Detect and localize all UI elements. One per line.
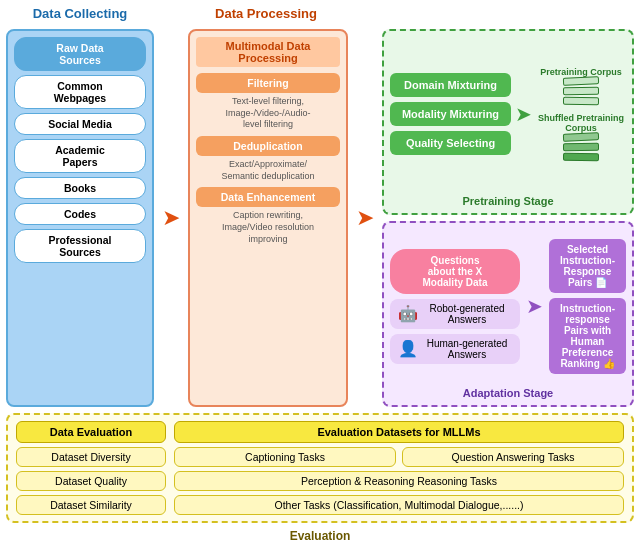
modality-mixturing: Modality Mixturing bbox=[390, 102, 511, 126]
corpus2-label: Shuffled Pretraining Corpus bbox=[536, 113, 626, 133]
eval-right: Evaluation Datasets for MLLMs Captioning… bbox=[174, 421, 624, 515]
pretraining-content: Domain Mixturing Modality Mixturing Qual… bbox=[390, 37, 626, 191]
evaluation-label: Evaluation bbox=[6, 529, 634, 543]
codes: Codes bbox=[14, 203, 146, 225]
main-container: Data Collecting Data Processing Raw Data… bbox=[0, 0, 640, 549]
header-row: Data Collecting Data Processing bbox=[6, 6, 634, 21]
adapt-right: Selected Instruction-Response Pairs 📄 In… bbox=[549, 229, 626, 383]
middle-to-right-arrow: ➤ bbox=[356, 29, 374, 407]
common-webpages: CommonWebpages bbox=[14, 75, 146, 109]
adaptation-stage-label: Adaptation Stage bbox=[390, 387, 626, 399]
corpus1-books bbox=[540, 77, 622, 105]
academic-papers: AcademicPapers bbox=[14, 139, 146, 173]
raw-data-sources: Raw DataSources bbox=[14, 37, 146, 71]
corpus2-group: Shuffled Pretraining Corpus bbox=[536, 113, 626, 161]
domain-mixturing: Domain Mixturing bbox=[390, 73, 511, 97]
robot-answer-box: 🤖 Robot-generated Answers bbox=[390, 299, 520, 329]
dataset-quality: Dataset Quality bbox=[16, 471, 166, 491]
human-icon: 👤 bbox=[398, 339, 418, 358]
corpus2-books bbox=[536, 133, 626, 161]
other-tasks: Other Tasks (Classification, Multimodal … bbox=[174, 495, 624, 515]
pretraining-left: Domain Mixturing Modality Mixturing Qual… bbox=[390, 37, 511, 191]
human-label: Human-generated Answers bbox=[422, 338, 512, 360]
captioning-tasks: Captioning Tasks bbox=[174, 447, 396, 467]
processing-title: Multimodal Data Processing bbox=[196, 37, 340, 67]
left-to-middle-arrow: ➤ bbox=[162, 29, 180, 407]
eval-tasks-row1: Captioning Tasks Question Answering Task… bbox=[174, 447, 624, 467]
adaptation-panel: Questionsabout the XModality Data 🤖 Robo… bbox=[382, 221, 634, 407]
instruction-box: Instruction-response Pairs with Human Pr… bbox=[549, 298, 626, 374]
data-enhancement-box: Data Enhancement bbox=[196, 187, 340, 207]
book-page-4 bbox=[563, 132, 599, 142]
eval-left: Data Evaluation Dataset Diversity Datase… bbox=[16, 421, 166, 515]
quality-selecting: Quality Selecting bbox=[390, 131, 511, 155]
corpus1-label: Pretraining Corpus bbox=[540, 67, 622, 77]
evaluation-section: Data Evaluation Dataset Diversity Datase… bbox=[6, 413, 634, 523]
book-page-5 bbox=[563, 143, 599, 152]
corpus1-group: Pretraining Corpus bbox=[540, 67, 622, 105]
deduplication-box: Deduplication bbox=[196, 136, 340, 156]
doc-icon: 📄 bbox=[595, 277, 607, 288]
processing-phase-label: Data Processing bbox=[186, 6, 346, 21]
filtering-desc: Text-level filtering,Image-/Video-/Audio… bbox=[196, 96, 340, 131]
robot-icon: 🤖 bbox=[398, 304, 418, 323]
robot-label: Robot-generated Answers bbox=[422, 303, 512, 325]
books: Books bbox=[14, 177, 146, 199]
deduplication-desc: Exact/Approximate/Semantic deduplication bbox=[196, 159, 340, 182]
pretraining-right: Pretraining Corpus Shuffled Pretraining … bbox=[536, 37, 626, 191]
selected-pairs-box: Selected Instruction-Response Pairs 📄 bbox=[549, 239, 626, 293]
filtering-box: Filtering bbox=[196, 73, 340, 93]
book-page-1 bbox=[563, 76, 599, 86]
pretraining-panel: Domain Mixturing Modality Mixturing Qual… bbox=[382, 29, 634, 215]
top-section: Raw DataSources CommonWebpages Social Me… bbox=[6, 29, 634, 407]
book-page-2 bbox=[563, 87, 599, 96]
data-enhancement-desc: Caption rewriting,Image/Video resolution… bbox=[196, 210, 340, 245]
adaptation-content: Questionsabout the XModality Data 🤖 Robo… bbox=[390, 229, 626, 383]
social-media: Social Media bbox=[14, 113, 146, 135]
perception-tasks: Perception & Reasoning Reasoning Tasks bbox=[174, 471, 624, 491]
question-box: Questionsabout the XModality Data bbox=[390, 249, 520, 294]
left-panel: Raw DataSources CommonWebpages Social Me… bbox=[6, 29, 154, 407]
collecting-phase-label: Data Collecting bbox=[6, 6, 154, 21]
adapt-left: Questionsabout the XModality Data 🤖 Robo… bbox=[390, 229, 520, 383]
book-page-6 bbox=[563, 153, 599, 162]
pretraining-stage-label: Pretraining Stage bbox=[390, 195, 626, 207]
eval-section-title: Data Evaluation bbox=[16, 421, 166, 443]
professional-sources: ProfessionalSources bbox=[14, 229, 146, 263]
pretraining-arrow: ➤ bbox=[515, 37, 532, 191]
right-panels: Domain Mixturing Modality Mixturing Qual… bbox=[382, 29, 634, 407]
middle-panel: Multimodal Data Processing Filtering Tex… bbox=[188, 29, 348, 407]
datasets-title: Evaluation Datasets for MLLMs bbox=[174, 421, 624, 443]
adaptation-arrow: ➤ bbox=[526, 229, 543, 383]
qa-tasks: Question Answering Tasks bbox=[402, 447, 624, 467]
book-page-3 bbox=[563, 97, 599, 106]
evaluation-wrapper: Data Evaluation Dataset Diversity Datase… bbox=[6, 413, 634, 543]
dataset-similarity: Dataset Similarity bbox=[16, 495, 166, 515]
dataset-diversity: Dataset Diversity bbox=[16, 447, 166, 467]
thumbs-icon: 👍 bbox=[603, 358, 615, 369]
human-answer-box: 👤 Human-generated Answers bbox=[390, 334, 520, 364]
